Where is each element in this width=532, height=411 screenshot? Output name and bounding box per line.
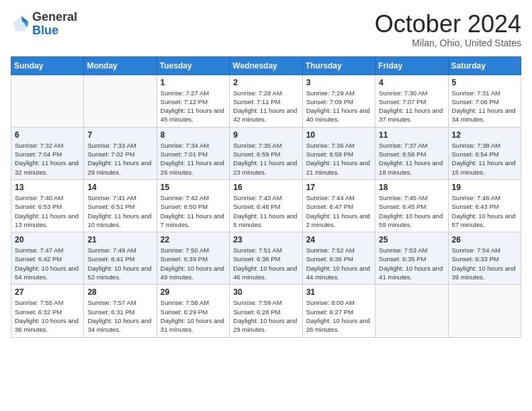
calendar-cell: 10Sunrise: 7:36 AMSunset: 6:58 PMDayligh… [302,127,375,179]
day-number: 15 [161,183,226,192]
calendar-cell: 29Sunrise: 7:58 AMSunset: 6:29 PMDayligh… [157,285,229,337]
calendar-cell [11,75,84,127]
day-number: 17 [306,183,371,192]
title-block: October 2024 Milan, Ohio, United States [375,11,521,48]
day-number: 16 [233,183,298,192]
day-detail: Sunrise: 7:32 AMSunset: 7:04 PMDaylight:… [15,141,80,177]
day-number: 23 [233,235,298,244]
weekday-header: Saturday [448,56,521,75]
day-detail: Sunrise: 7:59 AMSunset: 6:28 PMDaylight:… [233,298,298,334]
day-detail: Sunrise: 8:00 AMSunset: 6:27 PMDaylight:… [306,298,371,334]
calendar-week-row: 1Sunrise: 7:27 AMSunset: 7:12 PMDaylight… [11,75,521,127]
day-number: 31 [306,287,371,297]
day-number: 1 [161,78,226,87]
subtitle: Milan, Ohio, United States [375,38,521,48]
calendar-cell: 25Sunrise: 7:53 AMSunset: 6:35 PMDayligh… [375,232,448,285]
day-detail: Sunrise: 7:36 AMSunset: 6:58 PMDaylight:… [306,141,371,177]
day-number: 10 [306,130,371,140]
day-number: 29 [161,287,226,297]
day-number: 24 [306,235,371,244]
day-detail: Sunrise: 7:42 AMSunset: 6:50 PMDaylight:… [161,193,226,229]
day-number: 30 [233,287,298,297]
day-number: 26 [452,235,517,244]
day-detail: Sunrise: 7:37 AMSunset: 6:56 PMDaylight:… [379,141,444,177]
logo-icon [11,15,30,34]
calendar-cell: 18Sunrise: 7:45 AMSunset: 6:45 PMDayligh… [375,179,448,232]
calendar-cell: 15Sunrise: 7:42 AMSunset: 6:50 PMDayligh… [157,179,229,232]
calendar-cell: 11Sunrise: 7:37 AMSunset: 6:56 PMDayligh… [375,127,448,179]
logo-text: General Blue [32,11,77,38]
day-number: 5 [452,78,517,87]
page-header: General Blue October 2024 Milan, Ohio, U… [11,11,521,48]
calendar-cell: 31Sunrise: 8:00 AMSunset: 6:27 PMDayligh… [302,285,375,337]
day-detail: Sunrise: 7:40 AMSunset: 6:53 PMDaylight:… [15,193,80,229]
day-number: 2 [233,78,298,87]
calendar-cell: 27Sunrise: 7:55 AMSunset: 6:32 PMDayligh… [11,285,84,337]
day-number: 12 [452,130,517,140]
logo-blue: Blue [32,24,58,37]
weekday-header: Thursday [302,56,375,75]
day-detail: Sunrise: 7:46 AMSunset: 6:43 PMDaylight:… [452,193,517,229]
calendar-cell: 3Sunrise: 7:29 AMSunset: 7:09 PMDaylight… [302,75,375,127]
calendar-cell: 12Sunrise: 7:38 AMSunset: 6:54 PMDayligh… [448,127,521,179]
calendar-week-row: 27Sunrise: 7:55 AMSunset: 6:32 PMDayligh… [11,285,521,337]
calendar-cell: 13Sunrise: 7:40 AMSunset: 6:53 PMDayligh… [11,179,84,232]
weekday-header: Monday [84,56,157,75]
day-detail: Sunrise: 7:27 AMSunset: 7:12 PMDaylight:… [161,89,226,124]
calendar-cell: 16Sunrise: 7:43 AMSunset: 6:48 PMDayligh… [230,179,302,232]
day-number: 13 [15,183,80,192]
day-number: 27 [15,287,80,297]
day-number: 28 [87,287,152,297]
day-number: 18 [379,183,444,192]
day-number: 14 [87,183,152,192]
day-detail: Sunrise: 7:30 AMSunset: 7:07 PMDaylight:… [379,89,444,124]
day-number: 20 [15,235,80,244]
calendar-cell: 7Sunrise: 7:33 AMSunset: 7:02 PMDaylight… [84,127,157,179]
day-number: 3 [306,78,371,87]
weekday-header: Friday [375,56,448,75]
calendar-cell [448,285,521,337]
calendar-cell: 21Sunrise: 7:49 AMSunset: 6:41 PMDayligh… [84,232,157,285]
calendar-cell: 24Sunrise: 7:52 AMSunset: 6:36 PMDayligh… [302,232,375,285]
calendar-cell: 1Sunrise: 7:27 AMSunset: 7:12 PMDaylight… [157,75,229,127]
calendar-cell: 4Sunrise: 7:30 AMSunset: 7:07 PMDaylight… [375,75,448,127]
day-detail: Sunrise: 7:45 AMSunset: 6:45 PMDaylight:… [379,193,444,229]
calendar-cell: 26Sunrise: 7:54 AMSunset: 6:33 PMDayligh… [448,232,521,285]
calendar-cell: 5Sunrise: 7:31 AMSunset: 7:06 PMDaylight… [448,75,521,127]
calendar-cell: 19Sunrise: 7:46 AMSunset: 6:43 PMDayligh… [448,179,521,232]
day-detail: Sunrise: 7:53 AMSunset: 6:35 PMDaylight:… [379,246,444,281]
day-number: 4 [379,78,444,87]
calendar-cell: 8Sunrise: 7:34 AMSunset: 7:01 PMDaylight… [157,127,229,179]
day-number: 22 [161,235,226,244]
day-detail: Sunrise: 7:55 AMSunset: 6:32 PMDaylight:… [15,298,80,334]
day-detail: Sunrise: 7:44 AMSunset: 6:47 PMDaylight:… [306,193,371,229]
calendar-cell: 23Sunrise: 7:51 AMSunset: 6:38 PMDayligh… [230,232,302,285]
day-detail: Sunrise: 7:50 AMSunset: 6:39 PMDaylight:… [161,246,226,281]
calendar-cell: 17Sunrise: 7:44 AMSunset: 6:47 PMDayligh… [302,179,375,232]
day-detail: Sunrise: 7:57 AMSunset: 6:31 PMDaylight:… [87,298,152,334]
day-number: 6 [15,130,80,140]
day-detail: Sunrise: 7:51 AMSunset: 6:38 PMDaylight:… [233,246,298,281]
weekday-header: Tuesday [157,56,229,75]
day-detail: Sunrise: 7:35 AMSunset: 6:59 PMDaylight:… [233,141,298,177]
weekday-header: Wednesday [230,56,302,75]
day-detail: Sunrise: 7:54 AMSunset: 6:33 PMDaylight:… [452,246,517,281]
day-detail: Sunrise: 7:52 AMSunset: 6:36 PMDaylight:… [306,246,371,281]
day-detail: Sunrise: 7:47 AMSunset: 6:42 PMDaylight:… [15,246,80,281]
day-number: 25 [379,235,444,244]
day-number: 9 [233,130,298,140]
day-number: 7 [87,130,152,140]
calendar-cell: 20Sunrise: 7:47 AMSunset: 6:42 PMDayligh… [11,232,84,285]
calendar-cell [84,75,157,127]
day-number: 21 [87,235,152,244]
weekday-header: Sunday [11,56,84,75]
day-detail: Sunrise: 7:41 AMSunset: 6:51 PMDaylight:… [87,193,152,229]
calendar-cell: 14Sunrise: 7:41 AMSunset: 6:51 PMDayligh… [84,179,157,232]
calendar-week-row: 20Sunrise: 7:47 AMSunset: 6:42 PMDayligh… [11,232,521,285]
day-detail: Sunrise: 7:29 AMSunset: 7:09 PMDaylight:… [306,89,371,124]
calendar-cell [375,285,448,337]
logo-general: General [32,10,77,24]
day-detail: Sunrise: 7:58 AMSunset: 6:29 PMDaylight:… [161,298,226,334]
calendar-week-row: 13Sunrise: 7:40 AMSunset: 6:53 PMDayligh… [11,179,521,232]
svg-marker-1 [21,16,29,22]
